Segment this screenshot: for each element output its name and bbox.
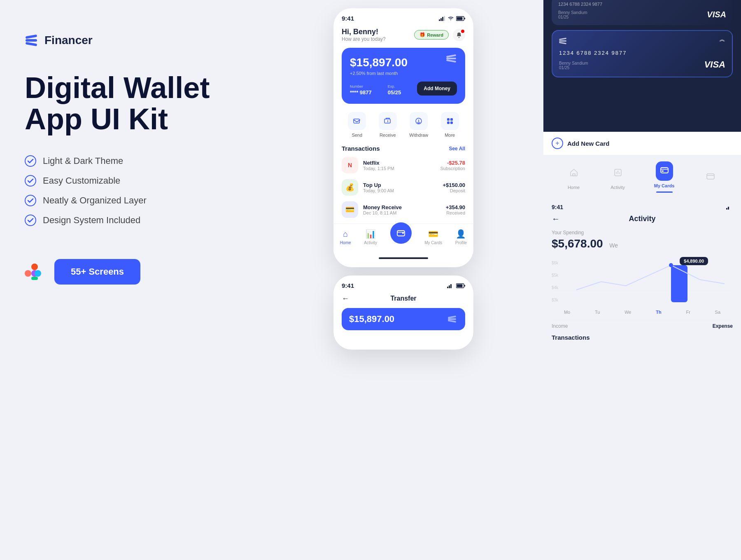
svg-rect-24 (384, 119, 390, 123)
right-panel: 1234 6788 2324 9877 Benny Sandium 01/25 … (543, 0, 741, 560)
nav-profile-label: Profile (455, 240, 467, 245)
svg-rect-42 (448, 320, 456, 322)
svg-rect-2 (26, 42, 37, 47)
svg-rect-54 (707, 174, 714, 179)
transfer-back-button[interactable]: ← (342, 294, 349, 303)
chart-days: Mo Tu We Th Fr Sa (552, 310, 733, 315)
withdraw-action[interactable]: Withdraw (409, 112, 428, 138)
headline: Digital Wallet App UI Kit (25, 64, 239, 135)
card-1-name-expiry: Benny Sandium 01/25 (558, 10, 587, 19)
tab-activity[interactable]: Activity (610, 165, 626, 194)
svg-rect-36 (450, 284, 452, 288)
svg-rect-20 (446, 54, 456, 58)
check-icon-4 (25, 215, 36, 226)
bottom-nav: ⌂ Home 📊 Activity 💳 My Cards 👤 Pro (333, 224, 473, 253)
home-indicator (379, 257, 428, 259)
transfer-title: Transfer (390, 295, 416, 302)
financer-card-icon (446, 54, 459, 63)
day-mo: Mo (564, 310, 570, 315)
more-icon-circle (441, 112, 459, 130)
home-icon: ⌂ (343, 229, 348, 239)
nav-center-button[interactable] (390, 222, 412, 244)
day-fr: Fr (686, 310, 690, 315)
feature-3: Neatly & Organized Layer (25, 195, 239, 206)
day-sa: Sa (715, 310, 720, 315)
feature-1: Light & Dark Theme (25, 155, 239, 167)
activity-status: 9:41 (552, 204, 733, 210)
left-panel: Financer Digital Wallet App UI Kit Light… (0, 0, 263, 560)
see-all-link[interactable]: See All (449, 146, 465, 152)
headline-text: Digital Wallet App UI Kit (25, 72, 239, 135)
figma-icon (25, 262, 44, 282)
nav-profile[interactable]: 👤 Profile (455, 229, 467, 245)
svg-rect-18 (464, 18, 465, 19)
greeting-actions: 🎁 Reward (414, 29, 465, 41)
add-money-button[interactable]: Add Money (417, 82, 457, 96)
tx-receive-amount: +354.90 (446, 204, 465, 210)
card-exp-label: Exp. (388, 84, 401, 89)
tab-home[interactable]: Home (566, 165, 582, 194)
tx-receive-name: Money Receive (363, 204, 441, 210)
balance-change: +2.50% from last month (350, 71, 457, 76)
card-info-row: Number **** 9877 Exp. 05/25 Add Money (350, 82, 457, 96)
card-1-brand: VISA (707, 10, 726, 19)
svg-point-66 (669, 263, 673, 267)
tx-netflix-type: Subscription (440, 166, 465, 171)
tab-mycards-label: My Cards (654, 183, 675, 188)
svg-rect-27 (447, 118, 450, 121)
svg-rect-57 (728, 207, 729, 210)
tab-mycards[interactable]: My Cards (654, 161, 675, 197)
card-number-section: Number **** 9877 (350, 84, 372, 96)
screens-button[interactable]: 55+ Screens (54, 259, 140, 285)
status-bar: 9:41 (342, 15, 465, 22)
feature-text-2: Easy Customizable (43, 175, 120, 186)
activity-title: Activity (629, 215, 655, 223)
tx-receive-info: Money Receive Dec 10, 8:11 AM (363, 204, 441, 215)
notification-button[interactable] (453, 29, 465, 41)
add-card-circle: + (552, 138, 563, 149)
balance-amount: $15,897.00 (350, 56, 457, 69)
tx-receive-date: Dec 10, 8:11 AM (363, 210, 441, 215)
svg-rect-30 (450, 121, 453, 124)
nav-mycards[interactable]: 💳 My Cards (424, 229, 442, 245)
reward-badge[interactable]: 🎁 Reward (414, 30, 449, 40)
svg-rect-38 (457, 284, 463, 287)
svg-text:$3k: $3k (552, 298, 559, 302)
more-action[interactable]: More (441, 112, 459, 138)
activity-nav-tabs: Home Activity My Cards (543, 155, 741, 197)
chart-area: $4,890.00 $6k $5k $4k $3k (552, 257, 733, 306)
nav-activity[interactable]: 📊 Activity (364, 229, 377, 245)
main-phone: 9:41 (333, 8, 473, 267)
transfer-amount: $15,897.00 (349, 314, 394, 324)
transfer-phone: 9:41 ← Transfer (333, 275, 473, 350)
transfer-status-time: 9:41 (342, 282, 354, 289)
income-expense-row: Income Expense (552, 320, 733, 329)
tx-topup-right: +$150.00 Deposit (443, 182, 465, 193)
tab-underline (656, 191, 673, 193)
withdraw-icon-circle (410, 112, 428, 130)
greeting-row: Hi, Benny! How are you today? 🎁 Reward (342, 28, 465, 42)
card-2: 1234 6788 2324 9877 Benny Sandium 01/25 … (552, 30, 733, 77)
nav-home[interactable]: ⌂ Home (340, 229, 351, 245)
activity-back-button[interactable]: ← (552, 214, 560, 224)
svg-rect-45 (559, 42, 566, 44)
tx-receive-type: Received (446, 210, 465, 215)
svg-rect-28 (450, 118, 453, 121)
tab-mycards-icon (656, 161, 673, 181)
transfer-status-icons (447, 283, 465, 288)
receive-action[interactable]: Receive (379, 112, 397, 138)
transaction-netflix: N Netflix Today, 1:15 PM -$25.78 Subscri… (342, 157, 465, 173)
card-2-top (559, 37, 725, 45)
tab-profile-right[interactable] (703, 168, 718, 190)
activity-signal-icon (726, 205, 733, 210)
nav-activity-label: Activity (364, 240, 377, 245)
svg-text:$5k: $5k (552, 273, 559, 278)
middle-section: 9:41 (263, 0, 543, 560)
card-1-preview: 1234 6788 2324 9877 Benny Sandium 01/25 … (552, 0, 733, 25)
tab-home-label: Home (568, 185, 580, 190)
send-action[interactable]: Send (348, 112, 366, 138)
add-new-card-row[interactable]: + Add New Card (543, 132, 741, 155)
logo-area: Financer (25, 33, 239, 48)
svg-point-11 (35, 270, 41, 277)
transactions-section-label: Transactions (552, 334, 733, 341)
